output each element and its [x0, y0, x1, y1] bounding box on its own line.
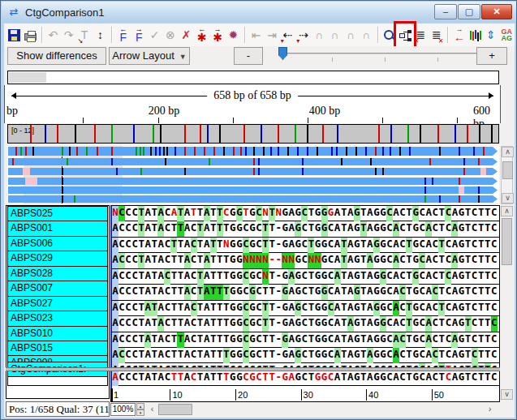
base-cell[interactable]: C: [125, 332, 131, 348]
base-cell[interactable]: A: [451, 206, 458, 221]
base-cell[interactable]: G: [236, 316, 243, 332]
base-cell[interactable]: C: [399, 238, 406, 253]
base-cell[interactable]: C: [399, 301, 406, 316]
base-cell[interactable]: C: [256, 301, 262, 316]
base-cell[interactable]: T: [138, 238, 144, 253]
base-cell[interactable]: T: [177, 316, 183, 332]
base-cell[interactable]: T: [308, 221, 314, 237]
base-cell[interactable]: C: [399, 371, 406, 386]
base-cell[interactable]: T: [485, 206, 491, 221]
base-cell[interactable]: C: [491, 238, 498, 253]
base-cell[interactable]: T: [170, 348, 177, 363]
base-cell[interactable]: T: [151, 316, 157, 332]
base-cell[interactable]: C: [164, 301, 170, 316]
base-cell[interactable]: A: [393, 332, 399, 348]
base-cell[interactable]: T: [151, 269, 157, 285]
base-cell[interactable]: A: [157, 301, 164, 316]
base-cell[interactable]: T: [341, 316, 347, 332]
base-cell[interactable]: T: [465, 371, 472, 386]
base-cell[interactable]: N: [223, 238, 230, 253]
undo-icon[interactable]: ↶: [46, 25, 60, 45]
base-cell[interactable]: -: [275, 301, 282, 316]
base-cell[interactable]: C: [419, 206, 425, 221]
base-cell[interactable]: G: [295, 221, 301, 237]
base-cell[interactable]: G: [380, 253, 386, 268]
base-cell[interactable]: T: [197, 238, 204, 253]
base-cell[interactable]: G: [282, 206, 288, 221]
base-cell[interactable]: C: [131, 371, 138, 386]
base-cell[interactable]: T: [138, 206, 144, 221]
base-cell[interactable]: A: [367, 301, 373, 316]
base-cell[interactable]: A: [451, 285, 458, 300]
base-cell[interactable]: C: [399, 332, 406, 348]
base-cell[interactable]: C: [301, 285, 308, 300]
base-cell[interactable]: A: [112, 221, 118, 237]
base-cell[interactable]: C: [491, 332, 498, 348]
base-cell[interactable]: T: [223, 285, 230, 300]
base-cell[interactable]: C: [386, 238, 393, 253]
base-cell[interactable]: C: [301, 301, 308, 316]
read-bar[interactable]: [8, 186, 498, 194]
base-cell[interactable]: A: [347, 221, 354, 237]
base-cell[interactable]: G: [295, 371, 301, 386]
base-cell[interactable]: T: [360, 285, 367, 300]
base-cell[interactable]: T: [438, 253, 445, 268]
base-cell[interactable]: T: [406, 348, 412, 363]
base-cell[interactable]: -: [275, 221, 282, 237]
base-cell[interactable]: T: [197, 253, 204, 268]
base-cell[interactable]: T: [138, 285, 144, 300]
base-cell[interactable]: N: [262, 206, 269, 221]
base-cell[interactable]: A: [204, 371, 210, 386]
base-cell[interactable]: C: [399, 348, 406, 363]
hide-rows-icon[interactable]: ≣✕: [414, 25, 428, 45]
base-cell[interactable]: C: [125, 348, 131, 363]
base-cell[interactable]: A: [367, 316, 373, 332]
base-cell[interactable]: A: [184, 253, 191, 268]
base-cell[interactable]: A: [425, 332, 432, 348]
base-cell[interactable]: -: [275, 285, 282, 300]
base-cell[interactable]: A: [184, 221, 191, 237]
base-cell[interactable]: A: [334, 238, 341, 253]
base-cell[interactable]: C: [301, 206, 308, 221]
base-cell[interactable]: T: [177, 285, 183, 300]
base-cell[interactable]: C: [118, 269, 125, 285]
base-cell[interactable]: C: [164, 253, 170, 268]
base-cell[interactable]: T: [170, 269, 177, 285]
read-bar[interactable]: [8, 178, 498, 185]
base-cell[interactable]: -: [275, 332, 282, 348]
base-cell[interactable]: T: [308, 301, 314, 316]
base-cell[interactable]: T: [406, 371, 412, 386]
slider-thumb[interactable]: [278, 47, 287, 60]
base-cell[interactable]: A: [367, 285, 373, 300]
base-cell[interactable]: C: [445, 238, 451, 253]
base-cell[interactable]: C: [386, 285, 393, 300]
base-cell[interactable]: G: [380, 221, 386, 237]
sequence-row[interactable]: NCCCTATACATATTATTCGGTGCNTNGAGCTGGGATAGTA…: [112, 206, 499, 221]
base-cell[interactable]: G: [314, 332, 321, 348]
base-cell[interactable]: C: [164, 269, 170, 285]
base-cell[interactable]: T: [210, 238, 217, 253]
base-cell[interactable]: T: [243, 206, 249, 221]
base-cell[interactable]: A: [334, 371, 341, 386]
arc-move-left2-icon[interactable]: ∩: [328, 25, 342, 45]
base-cell[interactable]: A: [425, 316, 432, 332]
base-cell[interactable]: C: [386, 253, 393, 268]
base-cell[interactable]: T: [217, 316, 223, 332]
base-cell[interactable]: T: [262, 301, 269, 316]
base-cell[interactable]: C: [191, 221, 197, 237]
base-cell[interactable]: G: [236, 285, 243, 300]
base-cell[interactable]: T: [438, 238, 445, 253]
sequence-row[interactable]: ACCCTATACTTACTATTTGGNNNN--NNGCNNGCATAGTA…: [112, 253, 499, 268]
base-cell[interactable]: T: [217, 238, 223, 253]
scrollbar-thumb[interactable]: [502, 161, 513, 179]
base-cell[interactable]: G: [373, 253, 380, 268]
base-cell[interactable]: G: [380, 371, 386, 386]
base-cell[interactable]: C: [445, 371, 451, 386]
next-gap-icon[interactable]: ⇢▾: [296, 25, 310, 45]
base-cell[interactable]: -: [275, 348, 282, 363]
base-cell[interactable]: T: [308, 371, 314, 386]
base-cell[interactable]: T: [197, 332, 204, 348]
base-cell[interactable]: G: [373, 301, 380, 316]
base-cell[interactable]: A: [425, 221, 432, 237]
base-cell[interactable]: T: [217, 285, 223, 300]
